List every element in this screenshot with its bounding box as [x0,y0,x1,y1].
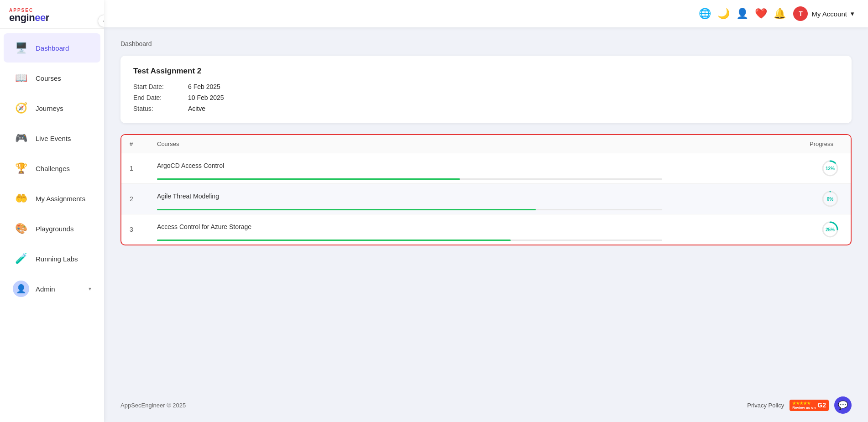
main-area: 🌐 🌙 👤 ❤️ 🔔 T My Account ▾ Dashboard Test… [104,0,868,422]
playgrounds-label: Playgrounds [36,225,73,233]
my-account-button[interactable]: T My Account ▾ [793,6,854,21]
table-row[interactable]: 2 Agile Threat Modeling 0% [121,184,851,214]
g2-stars: ★★★★★ [792,401,816,406]
row-course-1: ArgoCD Access Control [149,153,670,184]
progress-circle-1: 12% [821,159,840,178]
course-name-text-2: Agile Threat Modeling [157,193,662,200]
progress-pct-2: 0% [827,197,833,202]
g2-logo: G2 [817,401,826,409]
table-row[interactable]: 3 Access Control for Azure Storage 25% [121,214,851,245]
end-date-row: End Date: 10 Feb 2025 [133,94,839,101]
breadcrumb: Dashboard [120,40,852,47]
scrollbar-placeholder [844,135,851,153]
col-courses-header: Courses [149,135,799,153]
my-assignments-icon: 🤲 [13,190,29,207]
row-course-3: Access Control for Azure Storage [149,214,670,245]
row-progress-3: 25% [670,214,851,245]
account-label: My Account [811,10,847,18]
courses-container: # Courses Progress 1 ArgoCD Access Contr… [120,134,852,245]
bell-icon[interactable]: 🔔 [774,8,786,20]
content-area: Dashboard Test Assignment 2 Start Date: … [104,27,868,388]
chat-button[interactable]: 💬 [834,396,852,414]
admin-avatar: 👤 [13,281,29,297]
g2-review-label: Review us on [792,406,816,410]
end-date-label: End Date: [133,94,188,101]
progress-pct-1: 12% [826,166,835,171]
end-date-value: 10 Feb 2025 [188,94,224,101]
running-labs-label: Running Labs [36,255,78,263]
table-row[interactable]: 1 ArgoCD Access Control 12% [121,153,851,184]
progress-bar-fill-2 [157,209,536,210]
sidebar: APPSEC engineer ‹ 🖥️ Dashboard 📖 Courses… [0,0,104,422]
courses-icon: 📖 [13,70,29,86]
account-avatar: T [793,6,808,21]
assignment-meta: Start Date: 6 Feb 2025 End Date: 10 Feb … [133,83,839,112]
progress-bar-track-2 [157,209,662,210]
start-date-value: 6 Feb 2025 [188,83,220,90]
topbar-icon-group: 🌐 🌙 👤 ❤️ 🔔 [699,8,786,20]
g2-badge[interactable]: ★★★★★ Review us on G2 [790,400,829,411]
footer-copyright: AppSecEngineer © 2025 [120,402,186,409]
globe-icon[interactable]: 🌐 [699,8,711,20]
sidebar-item-courses[interactable]: 📖 Courses [4,63,100,93]
courses-table-body: 1 ArgoCD Access Control 12% 2 Agile Thre… [121,153,851,245]
sidebar-item-challenges[interactable]: 🏆 Challenges [4,154,100,183]
progress-bar-track-1 [157,178,662,180]
course-name-text-1: ArgoCD Access Control [157,162,662,169]
assignment-card: Test Assignment 2 Start Date: 6 Feb 2025… [120,56,852,123]
moon-icon[interactable]: 🌙 [717,8,730,20]
col-number-header: # [121,135,149,153]
progress-circle-2: 0% [821,189,840,208]
courses-scroll-area[interactable]: 1 ArgoCD Access Control 12% 2 Agile Thre… [121,153,851,245]
user-icon[interactable]: 👤 [736,8,748,20]
sidebar-item-playgrounds[interactable]: 🎨 Playgrounds [4,214,100,243]
footer-right: Privacy Policy ★★★★★ Review us on G2 💬 [747,396,852,414]
courses-table: # Courses Progress [121,135,851,153]
sidebar-item-running-labs[interactable]: 🧪 Running Labs [4,244,100,273]
privacy-policy-link[interactable]: Privacy Policy [747,402,784,409]
row-course-2: Agile Threat Modeling [149,184,670,214]
account-chevron-icon: ▾ [851,10,854,18]
sidebar-item-admin[interactable]: 👤 Admin ▾ [4,274,100,303]
row-number-1: 1 [121,153,149,184]
courses-label: Courses [36,74,61,82]
playgrounds-icon: 🎨 [13,220,29,237]
row-number-3: 3 [121,214,149,245]
status-row: Status: Acitve [133,105,839,112]
logo: APPSEC engineer [0,0,104,29]
dashboard-icon: 🖥️ [13,40,29,56]
journeys-label: Journeys [36,104,63,112]
progress-circle-3: 25% [821,220,840,239]
row-progress-1: 12% [670,153,851,184]
my-assignments-label: My Assignments [36,195,85,203]
sidebar-item-my-assignments[interactable]: 🤲 My Assignments [4,184,100,213]
progress-bar-fill-3 [157,240,511,241]
start-date-label: Start Date: [133,83,188,90]
status-label: Status: [133,105,188,112]
admin-chevron-icon: ▾ [89,286,91,292]
dashboard-label: Dashboard [36,44,69,52]
sidebar-item-journeys[interactable]: 🧭 Journeys [4,94,100,123]
sidebar-item-live-events[interactable]: 🎮 Live Events [4,124,100,153]
topbar: 🌐 🌙 👤 ❤️ 🔔 T My Account ▾ [104,0,868,27]
heart-icon[interactable]: ❤️ [755,8,767,20]
progress-bar-track-3 [157,240,662,241]
col-progress-header: Progress [799,135,844,153]
row-progress-2: 0% [670,184,851,214]
running-labs-icon: 🧪 [13,250,29,267]
progress-bar-fill-1 [157,178,460,180]
logo-engineer: engineer [9,13,95,23]
progress-pct-3: 25% [826,227,835,232]
table-header-row: # Courses Progress [121,135,851,153]
live-events-label: Live Events [36,135,71,142]
footer: AppSecEngineer © 2025 Privacy Policy ★★★… [104,388,868,422]
assignment-title: Test Assignment 2 [133,67,839,76]
live-events-icon: 🎮 [13,130,29,146]
journeys-icon: 🧭 [13,100,29,116]
sidebar-item-dashboard[interactable]: 🖥️ Dashboard [4,33,100,63]
challenges-icon: 🏆 [13,160,29,177]
row-number-2: 2 [121,184,149,214]
course-name-text-3: Access Control for Azure Storage [157,223,662,230]
admin-label: Admin [36,285,55,293]
challenges-label: Challenges [36,165,70,172]
